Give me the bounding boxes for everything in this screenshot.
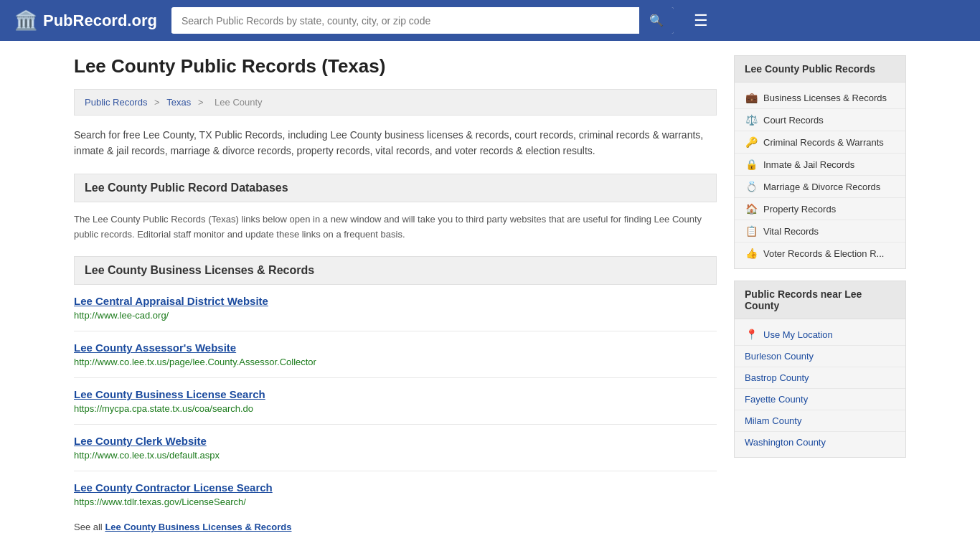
sidebar: Lee County Public Records 💼 Business Lic… [734,55,906,532]
record-title[interactable]: Lee Central Appraisal District Website [74,295,717,307]
record-entry: Lee County Contractor License Search htt… [74,471,717,517]
breadcrumb-texas[interactable]: Texas [166,97,191,108]
sidebar-item-icon: 🔒 [745,159,758,170]
sidebar-main-box: Lee County Public Records 💼 Business Lic… [734,55,906,269]
sidebar-nearby-label: Milam County [745,415,801,426]
breadcrumb-sep-1: > [154,97,162,108]
record-title[interactable]: Lee County Contractor License Search [74,481,717,494]
breadcrumb-sep-2: > [198,97,206,108]
sidebar-item-label: Property Records [763,204,836,215]
record-entry: Lee County Assessor's Website http://www… [74,331,717,378]
breadcrumb-public-records[interactable]: Public Records [85,97,147,108]
record-url[interactable]: https://mycpa.cpa.state.tx.us/coa/search… [74,403,717,414]
sidebar-item-icon: ⚖️ [745,114,758,126]
location-pin-icon: 📍 [745,329,758,340]
site-header: 🏛️ PubRecord.org 🔍 ☰ [0,0,980,41]
sidebar-nearby-box: Public Records near Lee County 📍 Use My … [734,281,906,458]
record-url[interactable]: https://www.tdlr.texas.gov/LicenseSearch… [74,496,717,507]
search-button[interactable]: 🔍 [639,7,674,34]
sidebar-item-label: Criminal Records & Warrants [763,137,884,148]
sidebar-nearby-label: Use My Location [763,329,833,340]
see-all: See all Lee County Business Licenses & R… [74,522,717,532]
record-entry: Lee Central Appraisal District Website h… [74,285,717,331]
sidebar-nearby-item[interactable]: Bastrop County [735,367,905,389]
sidebar-item-icon: 💍 [745,181,758,192]
sidebar-nearby-title: Public Records near Lee County [735,281,905,319]
sidebar-nearby-item[interactable]: Fayette County [735,389,905,410]
sidebar-main-list: 💼 Business Licenses & Records ⚖️ Court R… [735,83,905,268]
breadcrumb: Public Records > Texas > Lee County [74,89,717,116]
sidebar-item[interactable]: 🔒 Inmate & Jail Records [735,154,905,176]
sidebar-item[interactable]: 💍 Marriage & Divorce Records [735,176,905,198]
sidebar-item[interactable]: ⚖️ Court Records [735,109,905,131]
business-section-header: Lee County Business Licenses & Records [74,256,717,285]
see-all-link[interactable]: Lee County Business Licenses & Records [105,522,291,532]
page-title: Lee County Public Records (Texas) [74,55,717,77]
see-all-text: See all [74,522,103,532]
sidebar-nearby-item[interactable]: Washington County [735,432,905,453]
record-url[interactable]: http://www.co.lee.tx.us/page/lee.County.… [74,357,717,367]
databases-description: The Lee County Public Records (Texas) li… [74,212,717,242]
sidebar-item-label: Voter Records & Election R... [763,248,884,259]
sidebar-item[interactable]: 🔑 Criminal Records & Warrants [735,131,905,154]
databases-header: Lee County Public Record Databases [74,174,717,202]
sidebar-item-icon: 🏠 [745,203,758,215]
sidebar-nearby-item[interactable]: 📍 Use My Location [735,324,905,346]
sidebar-nearby-label: Bastrop County [745,372,809,383]
sidebar-item[interactable]: 🏠 Property Records [735,198,905,220]
sidebar-item[interactable]: 📋 Vital Records [735,220,905,242]
site-logo[interactable]: 🏛️ PubRecord.org [14,9,157,32]
page-container: Lee County Public Records (Texas) Public… [60,41,920,547]
menu-icon[interactable]: ☰ [694,11,708,30]
sidebar-nearby-label: Burleson County [745,351,814,362]
sidebar-nearby-item[interactable]: Milam County [735,410,905,432]
sidebar-item[interactable]: 👍 Voter Records & Election R... [735,242,905,264]
record-title[interactable]: Lee County Clerk Website [74,435,717,447]
page-description: Search for free Lee County, TX Public Re… [74,127,717,159]
sidebar-item-icon: 📋 [745,225,758,237]
sidebar-nearby-label: Fayette County [745,394,808,405]
sidebar-item-label: Business Licenses & Records [763,93,887,103]
sidebar-main-title: Lee County Public Records [735,56,905,83]
sidebar-item-label: Court Records [763,115,824,126]
sidebar-item-label: Inmate & Jail Records [763,159,854,170]
record-url[interactable]: http://www.co.lee.tx.us/default.aspx [74,450,717,461]
sidebar-nearby-label: Washington County [745,437,826,448]
record-title[interactable]: Lee County Business License Search [74,388,717,400]
records-list: Lee Central Appraisal District Website h… [74,285,717,517]
sidebar-item[interactable]: 💼 Business Licenses & Records [735,87,905,109]
search-icon: 🔍 [649,14,664,27]
breadcrumb-lee-county: Lee County [215,97,263,108]
search-bar: 🔍 [171,7,674,34]
sidebar-item-icon: 👍 [745,248,758,259]
logo-icon: 🏛️ [14,9,37,32]
main-content: Lee County Public Records (Texas) Public… [74,55,717,532]
record-entry: Lee County Clerk Website http://www.co.l… [74,425,717,471]
sidebar-item-icon: 💼 [745,92,758,103]
record-title[interactable]: Lee County Assessor's Website [74,342,717,354]
record-entry: Lee County Business License Search https… [74,378,717,425]
sidebar-item-label: Vital Records [763,226,819,237]
sidebar-item-label: Marriage & Divorce Records [763,182,880,192]
record-url[interactable]: http://www.lee-cad.org/ [74,310,717,321]
sidebar-nearby-item[interactable]: Burleson County [735,346,905,367]
search-input[interactable] [171,9,639,33]
sidebar-item-icon: 🔑 [745,136,758,148]
logo-text: PubRecord.org [43,11,157,30]
sidebar-nearby-list: 📍 Use My Location Burleson CountyBastrop… [735,319,905,457]
